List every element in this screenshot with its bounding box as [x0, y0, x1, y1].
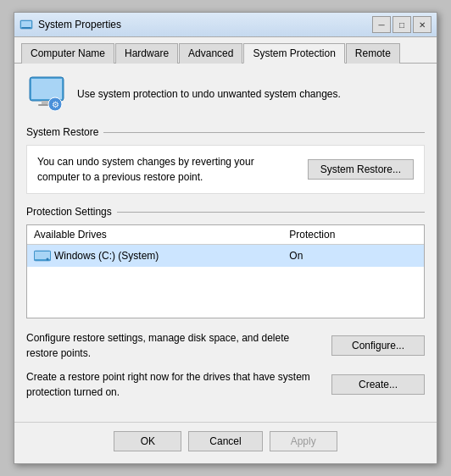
svg-point-11	[47, 258, 49, 261]
title-bar-left: System Properties	[19, 18, 121, 31]
table-row[interactable]: Windows (C:) (System) On	[27, 245, 424, 267]
system-restore-label: System Restore	[26, 126, 98, 138]
protection-settings-label: Protection Settings	[26, 206, 112, 218]
window-title: System Properties	[38, 19, 121, 30]
apply-button[interactable]: Apply	[270, 431, 337, 451]
close-button[interactable]: ✕	[413, 16, 432, 33]
tab-computer-name[interactable]: Computer Name	[21, 43, 114, 64]
system-restore-description: You can undo system changes by reverting…	[37, 154, 299, 185]
tab-bar: Computer Name Hardware Advanced System P…	[14, 37, 437, 64]
footer-buttons: OK Cancel Apply	[14, 422, 437, 463]
protection-settings-label-row: Protection Settings	[26, 206, 425, 218]
section-divider	[103, 132, 425, 133]
section-divider-2	[117, 212, 425, 213]
create-button[interactable]: Create...	[331, 374, 425, 395]
drive-protection: On	[289, 250, 417, 262]
tab-system-protection[interactable]: System Protection	[243, 43, 344, 64]
create-description: Create a restore point right now for the…	[26, 369, 323, 400]
drive-icon	[34, 249, 51, 263]
window-icon	[19, 18, 33, 31]
title-bar-controls: ─ □ ✕	[372, 16, 432, 33]
drive-name-cell: Windows (C:) (System)	[34, 249, 289, 263]
configure-button[interactable]: Configure...	[331, 335, 425, 356]
configure-description: Configure restore settings, manage disk …	[26, 330, 323, 361]
system-restore-label-row: System Restore	[26, 126, 425, 138]
maximize-button[interactable]: □	[393, 16, 411, 33]
svg-rect-1	[21, 21, 31, 27]
configure-row: Configure restore settings, manage disk …	[26, 330, 425, 361]
table-header: Available Drives Protection	[27, 225, 424, 245]
drives-table: Available Drives Protection Windows (C:)…	[26, 224, 425, 318]
info-description: Use system protection to undo unwanted s…	[77, 87, 341, 102]
cancel-button[interactable]: Cancel	[188, 431, 262, 451]
system-restore-button[interactable]: System Restore...	[308, 159, 414, 180]
info-row: ⚙ Use system protection to undo unwanted…	[26, 74, 425, 114]
shield-icon: ⚙	[26, 74, 67, 114]
tab-hardware[interactable]: Hardware	[115, 43, 178, 64]
minimize-button[interactable]: ─	[372, 16, 391, 33]
ok-button[interactable]: OK	[114, 431, 181, 451]
col2-header: Protection	[289, 229, 417, 241]
col1-header: Available Drives	[34, 229, 289, 241]
title-bar: System Properties ─ □ ✕	[14, 13, 437, 37]
svg-text:⚙: ⚙	[52, 100, 59, 109]
svg-rect-4	[31, 79, 62, 99]
tab-content: ⚙ Use system protection to undo unwanted…	[14, 64, 437, 418]
tab-remote[interactable]: Remote	[346, 43, 400, 64]
system-properties-window: System Properties ─ □ ✕ Computer Name Ha…	[14, 12, 437, 464]
create-row: Create a restore point right now for the…	[26, 369, 425, 400]
svg-rect-2	[22, 27, 31, 29]
table-empty-area	[27, 267, 424, 318]
tab-advanced[interactable]: Advanced	[179, 43, 242, 64]
drive-name: Windows (C:) (System)	[54, 250, 159, 262]
system-restore-box: You can undo system changes by reverting…	[26, 145, 425, 194]
system-restore-section: System Restore You can undo system chang…	[26, 126, 425, 194]
protection-settings-section: Protection Settings Available Drives Pro…	[26, 206, 425, 318]
